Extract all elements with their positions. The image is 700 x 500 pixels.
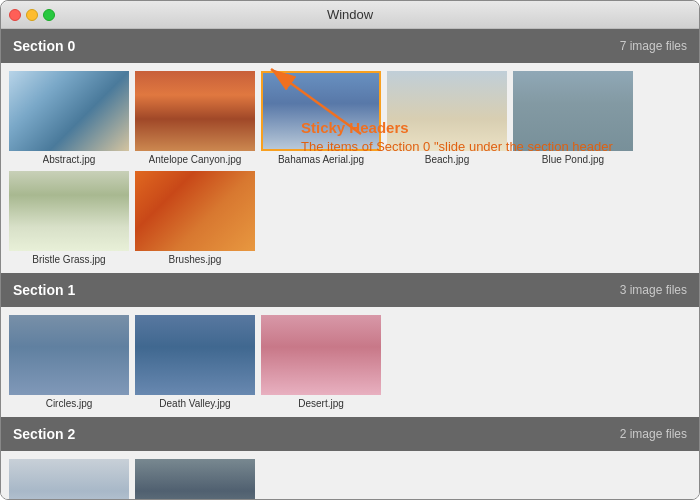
section-0-title: Section 0: [13, 38, 75, 54]
thumbnail-abstract: [9, 71, 129, 151]
section-1-grid: Circles.jpg Death Valley.jpg Desert.jpg: [1, 307, 699, 417]
section-2-title: Section 2: [13, 426, 75, 442]
list-item[interactable]: Brushes.jpg: [135, 171, 255, 265]
image-label: Abstract.jpg: [43, 154, 96, 165]
list-item[interactable]: Beach.jpg: [387, 71, 507, 165]
image-label: Death Valley.jpg: [159, 398, 230, 409]
list-item[interactable]: Death Valley.jpg: [135, 315, 255, 409]
thumbnail-circles: [9, 315, 129, 395]
list-item[interactable]: Abstract.jpg: [9, 71, 129, 165]
image-label: Desert.jpg: [298, 398, 344, 409]
list-item[interactable]: Circles.jpg: [9, 315, 129, 409]
section-header-1: Section 1 3 image files: [1, 273, 699, 307]
image-label: Bristle Grass.jpg: [32, 254, 105, 265]
thumbnail-antelope: [135, 71, 255, 151]
list-item[interactable]: Eagle & Waterfall.jpg: [135, 459, 255, 500]
section-2-grid: Ducks on a Misty Pond.j... Eagle & Water…: [1, 451, 699, 500]
minimize-button[interactable]: [26, 9, 38, 21]
image-label: Beach.jpg: [425, 154, 469, 165]
section-1-title: Section 1: [13, 282, 75, 298]
thumbnail-bahamas: [261, 71, 381, 151]
thumbnail-ducks: [9, 459, 129, 500]
section-header-2: Section 2 2 image files: [1, 417, 699, 451]
window-title: Window: [327, 7, 373, 22]
list-item[interactable]: Blue Pond.jpg: [513, 71, 633, 165]
image-label: Bahamas Aerial.jpg: [278, 154, 364, 165]
image-label: Circles.jpg: [46, 398, 93, 409]
image-label: Blue Pond.jpg: [542, 154, 604, 165]
titlebar: Window: [1, 1, 699, 29]
thumbnail-deathvalley: [135, 315, 255, 395]
list-item[interactable]: Bahamas Aerial.jpg: [261, 71, 381, 165]
traffic-lights: [9, 9, 55, 21]
section-1-count: 3 image files: [620, 283, 687, 297]
thumbnail-bluepond: [513, 71, 633, 151]
close-button[interactable]: [9, 9, 21, 21]
section-header-0: Section 0 7 image files: [1, 29, 699, 63]
scroll-area[interactable]: Section 0 7 image files Abstract.jpg Ant…: [1, 29, 699, 500]
maximize-button[interactable]: [43, 9, 55, 21]
thumbnail-bristle: [9, 171, 129, 251]
section-0-grid: Abstract.jpg Antelope Canyon.jpg Bahamas…: [1, 63, 699, 273]
thumbnail-beach: [387, 71, 507, 151]
thumbnail-brushes: [135, 171, 255, 251]
list-item[interactable]: Bristle Grass.jpg: [9, 171, 129, 265]
image-label: Brushes.jpg: [169, 254, 222, 265]
list-item[interactable]: Desert.jpg: [261, 315, 381, 409]
list-item[interactable]: Antelope Canyon.jpg: [135, 71, 255, 165]
image-label: Antelope Canyon.jpg: [149, 154, 242, 165]
thumbnail-eagle: [135, 459, 255, 500]
section-0-count: 7 image files: [620, 39, 687, 53]
section-2-count: 2 image files: [620, 427, 687, 441]
list-item[interactable]: Ducks on a Misty Pond.j...: [9, 459, 129, 500]
thumbnail-desert: [261, 315, 381, 395]
